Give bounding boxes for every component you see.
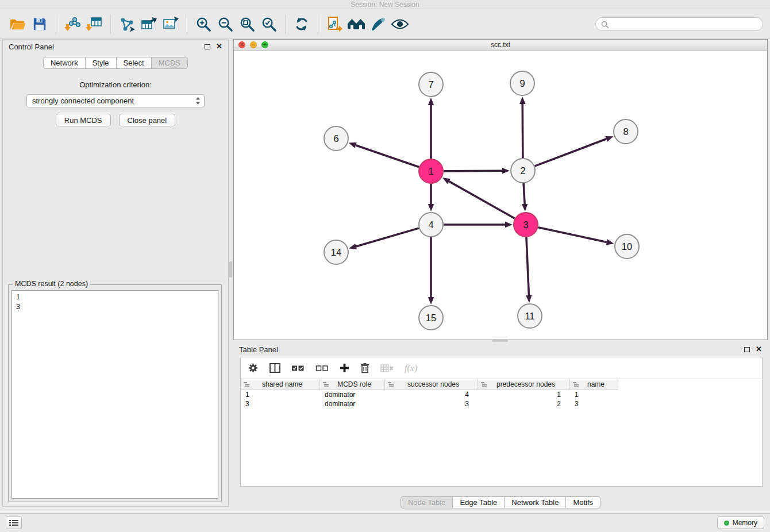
mcds-result-text[interactable]: 1 3 <box>11 290 218 499</box>
column-header-shared-name[interactable]: shared name <box>241 379 320 390</box>
edge-1-2[interactable] <box>444 171 502 171</box>
table-cell[interactable]: 1 <box>241 390 320 399</box>
column-label: shared name <box>249 380 319 388</box>
node-table-container: f(x) shared nameMCDS rolesuccessor nodes… <box>240 357 763 487</box>
edge-arrow-1-2 <box>502 168 510 174</box>
edge-3-1[interactable] <box>449 182 514 219</box>
column-label: name <box>579 380 618 388</box>
column-header-successor-nodes[interactable]: successor nodes <box>385 379 478 390</box>
node-label-14: 14 <box>331 247 341 257</box>
close-table-panel-icon[interactable]: ✕ <box>756 346 762 352</box>
table-cell[interactable]: 3 <box>385 399 478 408</box>
memory-button[interactable]: Memory <box>717 516 764 529</box>
edge-2-3[interactable] <box>523 183 525 204</box>
edge-arrow-2-8 <box>605 136 613 142</box>
control-tab-select[interactable]: Select <box>116 57 152 69</box>
table-cell[interactable]: 1 <box>478 390 570 399</box>
table-panel-tabs: Node TableEdge TableNetwork TableMotifs <box>233 496 768 508</box>
edge-3-11[interactable] <box>526 237 529 295</box>
table-cell[interactable]: dominator <box>320 390 385 399</box>
first-neighbors-button[interactable] <box>345 13 367 35</box>
horizontal-splitter-handle[interactable] <box>492 339 508 342</box>
table-tab-edge-table[interactable]: Edge Table <box>452 496 505 508</box>
control-tab-mcds[interactable]: MCDS <box>151 57 188 69</box>
node-label-8: 8 <box>623 126 628 137</box>
eye-icon <box>391 18 409 30</box>
edge-2-9[interactable] <box>522 104 523 158</box>
table-cell[interactable]: dominator <box>320 399 385 408</box>
close-panel-button[interactable]: Close panel <box>119 114 176 126</box>
edge-arrow-1-4 <box>428 204 434 211</box>
column-header-name[interactable]: name <box>570 379 618 390</box>
show-column-panel-button[interactable] <box>270 363 280 373</box>
refresh-layout-button[interactable] <box>291 13 313 35</box>
clone-network-button[interactable] <box>324 13 345 35</box>
memory-label: Memory <box>733 519 757 527</box>
zoom-in-button[interactable] <box>192 13 214 35</box>
mcds-result-title: MCDS result (2 nodes) <box>13 280 90 288</box>
close-panel-icon[interactable]: ✕ <box>216 44 222 49</box>
search-box[interactable] <box>595 17 763 31</box>
edge-arrow-3-10 <box>606 239 614 245</box>
table-settings-button[interactable] <box>248 363 259 373</box>
table-cell[interactable]: 1 <box>570 390 618 399</box>
paint-brush-icon <box>370 16 386 32</box>
edge-4-14[interactable] <box>356 228 419 246</box>
import-table-from-file-button[interactable] <box>83 13 105 35</box>
table-tab-node-table[interactable]: Node Table <box>401 496 453 508</box>
houses-icon <box>346 17 366 32</box>
zoom-window-button[interactable]: + <box>261 41 268 48</box>
export-image-button[interactable] <box>160 13 182 35</box>
node-label-1: 1 <box>428 166 433 176</box>
edge-1-6[interactable] <box>356 145 419 167</box>
float-table-panel-icon[interactable] <box>744 347 750 352</box>
delete-table-button[interactable] <box>380 364 394 373</box>
delete-row-button[interactable] <box>360 363 369 373</box>
column-header-predecessor-nodes[interactable]: predecessor nodes <box>478 379 570 390</box>
deselect-all-rows-button[interactable] <box>315 364 329 372</box>
network-window-titlebar[interactable]: ✕ − + scc.txt <box>234 40 767 51</box>
network-graph-canvas[interactable]: 7968124314101511 <box>234 51 767 340</box>
table-row[interactable]: 1dominator411 <box>241 390 762 399</box>
edge-arrow-3-1 <box>442 178 451 184</box>
vertical-splitter-handle[interactable] <box>229 261 232 277</box>
column-header-MCDS-role[interactable]: MCDS role <box>320 379 385 390</box>
table-cell[interactable]: 2 <box>478 399 570 408</box>
run-mcds-button[interactable]: Run MCDS <box>56 114 111 126</box>
table-cell[interactable]: 3 <box>570 399 618 408</box>
table-tab-network-table[interactable]: Network Table <box>504 496 566 508</box>
node-label-15: 15 <box>426 313 436 323</box>
minimize-window-button[interactable]: − <box>250 41 257 48</box>
column-sort-icon <box>573 381 579 387</box>
export-table-button[interactable] <box>138 13 160 35</box>
table-cell[interactable]: 4 <box>385 390 478 399</box>
edge-2-8[interactable] <box>535 139 607 166</box>
show-hide-panel-button[interactable] <box>389 13 411 35</box>
import-table-icon <box>86 16 103 33</box>
zoom-selected-button[interactable] <box>258 13 280 35</box>
search-input[interactable] <box>612 20 757 29</box>
close-window-button[interactable]: ✕ <box>238 41 245 48</box>
zoom-out-button[interactable] <box>214 13 236 35</box>
apply-style-button[interactable] <box>367 13 389 35</box>
window-title: Session: New Session <box>351 1 419 9</box>
control-tab-network[interactable]: Network <box>43 57 86 69</box>
add-row-button[interactable] <box>340 363 349 373</box>
open-session-button[interactable] <box>7 13 29 35</box>
save-session-button[interactable] <box>29 13 51 35</box>
new-network-from-selection-button[interactable] <box>116 13 138 35</box>
table-tab-motifs[interactable]: Motifs <box>565 496 600 508</box>
table-cell[interactable]: 3 <box>241 399 320 408</box>
toolbar-separator <box>110 14 111 34</box>
function-builder-button[interactable]: f(x) <box>405 363 417 373</box>
edge-3-10[interactable] <box>538 228 607 242</box>
panel-selector-button[interactable] <box>6 516 22 529</box>
table-row[interactable]: 3dominator323 <box>241 399 762 408</box>
zoom-fit-content-button[interactable] <box>236 13 258 35</box>
search-icon <box>601 21 609 28</box>
import-network-from-file-button[interactable] <box>61 13 83 35</box>
optimization-criterion-select[interactable]: strongly connected component <box>26 94 205 107</box>
control-tab-style[interactable]: Style <box>85 57 117 69</box>
float-panel-icon[interactable] <box>205 44 210 49</box>
select-all-rows-button[interactable] <box>291 364 305 372</box>
